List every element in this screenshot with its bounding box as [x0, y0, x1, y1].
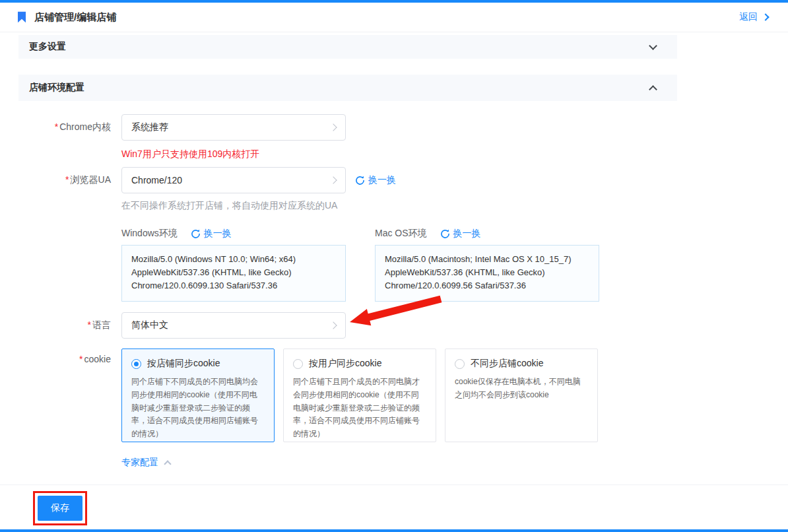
refresh-icon — [440, 229, 450, 239]
chevron-down-icon — [649, 42, 657, 50]
content-area: 更多设置 店铺环境配置 *Chrome内核 系统推荐 Win7用户只支持使用10… — [0, 32, 788, 525]
annotation-highlight-box: 保存 — [33, 491, 87, 525]
chevron-right-icon — [762, 13, 769, 20]
section-title: 店铺环境配置 — [29, 82, 84, 94]
chevron-up-icon — [649, 85, 657, 94]
ua-shuffle-label: 换一换 — [368, 174, 396, 186]
cookie-option-sync-by-user[interactable]: 按用户同步cookie 同个店铺下且同个成员的不同电脑才会同步使用相同的cook… — [283, 349, 436, 442]
macos-env-column: Mac OS环境 换一换 Mozilla/5.0 (Macintosh; Int… — [375, 228, 599, 302]
expert-config-toggle[interactable]: 专家配置 — [121, 457, 170, 469]
windows-env-label: Windows环境 — [121, 228, 178, 240]
macos-ua-shuffle-button[interactable]: 换一换 — [440, 228, 481, 240]
cookie-row: *cookie 按店铺同步cookie 同个店铺下不同成员的不同电脑均会同步使用… — [18, 349, 788, 442]
cookie-option-sync-by-shop[interactable]: 按店铺同步cookie 同个店铺下不同成员的不同电脑均会同步使用相同的cooki… — [121, 349, 275, 442]
chrome-kernel-value: 系统推荐 — [131, 121, 331, 133]
required-asterisk: * — [55, 121, 58, 132]
language-value: 简体中文 — [131, 319, 331, 331]
refresh-icon — [355, 176, 365, 185]
radio-selected-icon[interactable] — [131, 359, 141, 369]
windows-ua-shuffle-button[interactable]: 换一换 — [191, 228, 232, 240]
windows-env-column: Windows环境 换一换 Mozilla/5.0 (Windows NT 10… — [121, 228, 346, 302]
back-label: 返回 — [739, 11, 758, 23]
page-header: 店铺管理/编辑店铺 返回 — [0, 3, 788, 32]
windows-ua-string: Mozilla/5.0 (Windows NT 10.0; Win64; x64… — [121, 245, 346, 302]
save-area: 保存 — [33, 491, 788, 525]
section-more-settings[interactable]: 更多设置 — [18, 35, 677, 59]
chrome-kernel-label: *Chrome内核 — [18, 121, 111, 133]
browser-ua-value: Chrome/120 — [131, 175, 331, 185]
cookie-option-description: 同个店铺下且同个成员的不同电脑才会同步使用相同的cookie（使用不同电脑时减少… — [293, 376, 426, 441]
required-asterisk: * — [79, 354, 82, 364]
browser-ua-select[interactable]: Chrome/120 — [121, 167, 346, 193]
required-asterisk: * — [65, 174, 69, 185]
expert-config-label: 专家配置 — [121, 457, 158, 469]
radio-unselected-icon[interactable] — [293, 359, 303, 369]
save-button[interactable]: 保存 — [38, 496, 82, 521]
environment-ua-section: Windows环境 换一换 Mozilla/5.0 (Windows NT 10… — [121, 228, 788, 302]
chevron-right-icon — [329, 123, 337, 131]
refresh-icon — [191, 229, 201, 239]
macos-env-label: Mac OS环境 — [375, 228, 427, 240]
cookie-option-no-sync[interactable]: 不同步店铺cookie cookie仅保存在电脑本机，不同电脑之间均不会同步到该… — [445, 349, 598, 442]
language-row: *语言 简体中文 — [18, 312, 788, 339]
bottom-accent-bar — [0, 529, 788, 532]
breadcrumb: 店铺管理/编辑店铺 — [34, 11, 116, 24]
ua-help-text: 在不同操作系统打开店铺，将自动使用对应系统的UA — [121, 200, 788, 212]
cookie-option-description: 同个店铺下不同成员的不同电脑均会同步使用相同的cookie（使用不同电脑时减少重… — [131, 376, 265, 441]
language-label: *语言 — [18, 319, 111, 331]
browser-ua-row: *浏览器UA Chrome/120 换一换 — [18, 167, 788, 193]
section-title: 更多设置 — [29, 41, 66, 53]
chrome-kernel-row: *Chrome内核 系统推荐 — [18, 114, 788, 141]
browser-ua-label: *浏览器UA — [18, 174, 111, 186]
cookie-option-description: cookie仅保存在电脑本机，不同电脑之间均不会同步到该cookie — [455, 376, 588, 402]
footer-divider — [0, 484, 788, 485]
required-asterisk: * — [88, 319, 91, 330]
macos-ua-string: Mozilla/5.0 (Macintosh; Intel Mac OS X 1… — [375, 245, 599, 302]
env-config-form: *Chrome内核 系统推荐 Win7用户只支持使用109内核打开 *浏览器UA… — [18, 101, 788, 525]
cookie-option-cards: 按店铺同步cookie 同个店铺下不同成员的不同电脑均会同步使用相同的cooki… — [121, 349, 598, 442]
cookie-label: *cookie — [18, 354, 111, 364]
language-select[interactable]: 简体中文 — [121, 312, 346, 339]
chrome-kernel-select[interactable]: 系统推荐 — [121, 114, 346, 141]
radio-unselected-icon[interactable] — [455, 359, 465, 369]
ua-shuffle-button[interactable]: 换一换 — [355, 174, 396, 186]
edit-shop-page: 店铺管理/编辑店铺 返回 更多设置 店铺环境配置 *Chrome内核 系统推荐 — [0, 0, 788, 532]
section-env-config[interactable]: 店铺环境配置 — [18, 75, 677, 101]
win7-kernel-warning: Win7用户只支持使用109内核打开 — [121, 149, 788, 160]
chevron-right-icon — [329, 321, 337, 329]
bookmark-icon — [16, 11, 28, 23]
back-button[interactable]: 返回 — [739, 11, 768, 23]
chevron-right-icon — [329, 176, 337, 183]
chevron-up-icon — [164, 460, 171, 467]
